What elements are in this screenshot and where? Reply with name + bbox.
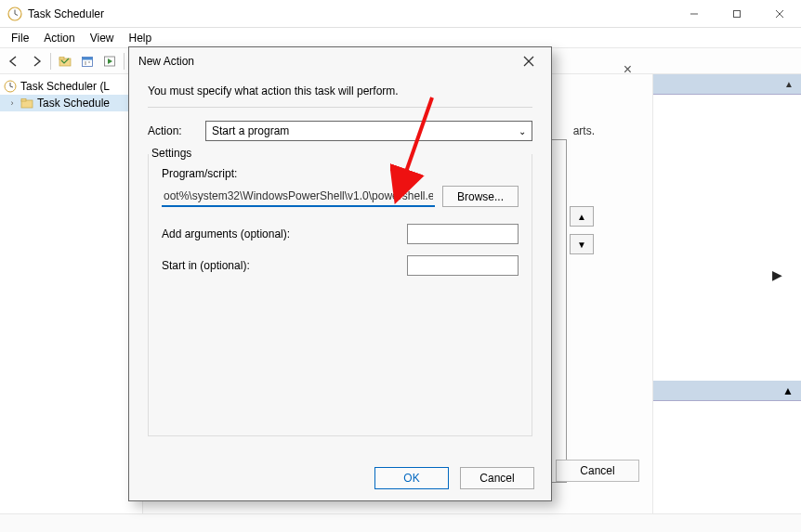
svg-rect-10 <box>83 57 93 59</box>
bg-move-up-button[interactable]: ▲ <box>570 206 594 227</box>
bg-move-down-button[interactable]: ▼ <box>570 234 594 254</box>
svg-line-21 <box>10 86 13 87</box>
toolbar-separator <box>50 53 51 70</box>
startin-label: Start in (optional): <box>162 259 400 272</box>
statusbar <box>0 513 801 532</box>
forward-button[interactable] <box>26 51 46 71</box>
app-icon <box>7 6 22 21</box>
bg-text-arts: arts. <box>573 124 595 137</box>
menu-help[interactable]: Help <box>122 30 160 46</box>
actions-group-header[interactable]: ▲ <box>653 381 801 401</box>
maximize-button[interactable] <box>716 0 758 28</box>
program-script-input[interactable] <box>162 186 435 207</box>
action-dropdown[interactable]: Start a program ⌄ <box>205 121 532 141</box>
action-label: Action: <box>148 124 196 137</box>
titlebar: Task Scheduler <box>0 0 801 28</box>
startin-input[interactable] <box>407 255 519 276</box>
bg-close-icon[interactable]: × <box>624 61 632 78</box>
settings-group: Program/script: Browse... Add arguments … <box>148 154 532 436</box>
run-icon[interactable] <box>99 51 120 71</box>
tree-expand-icon[interactable]: › <box>7 98 17 108</box>
program-script-label: Program/script: <box>162 167 519 180</box>
browse-button[interactable]: Browse... <box>442 186 519 207</box>
folder-icon[interactable] <box>55 51 75 71</box>
minimize-button[interactable] <box>673 0 716 28</box>
arguments-input[interactable] <box>407 224 519 244</box>
tree-root[interactable]: Task Scheduler (L <box>0 78 142 95</box>
tree-child-label: Task Schedule <box>37 97 110 110</box>
collapse-up-icon: ▲ <box>784 79 794 89</box>
divider <box>148 107 532 108</box>
svg-line-2 <box>15 14 18 16</box>
arguments-label: Add arguments (optional): <box>162 227 400 240</box>
action-dropdown-value: Start a program <box>212 124 289 137</box>
actions-header[interactable]: ▲ <box>653 74 801 95</box>
svg-rect-23 <box>21 99 26 102</box>
toolbar-separator <box>124 53 125 70</box>
folder-icon <box>20 97 33 110</box>
close-button[interactable] <box>758 0 801 28</box>
ok-button[interactable]: OK <box>374 467 449 489</box>
menubar: File Action View Help <box>0 28 801 48</box>
back-button[interactable] <box>4 51 24 71</box>
window-title: Task Scheduler <box>28 7 104 20</box>
menu-view[interactable]: View <box>83 30 122 46</box>
svg-rect-8 <box>59 57 64 59</box>
tree-child[interactable]: › Task Schedule <box>0 95 142 111</box>
dialog-title: New Action <box>138 55 194 68</box>
dialog-titlebar[interactable]: New Action <box>129 47 551 75</box>
tree-root-label: Task Scheduler (L <box>20 80 110 93</box>
chevron-down-icon: ⌄ <box>519 126 526 136</box>
dialog-close-button[interactable] <box>516 52 542 71</box>
cancel-button[interactable]: Cancel <box>460 467 534 489</box>
new-action-dialog: New Action You must specify what action … <box>128 46 552 501</box>
calendar-icon[interactable] <box>77 51 98 71</box>
bg-cancel-button[interactable]: Cancel <box>556 460 639 482</box>
menu-file[interactable]: File <box>4 30 36 46</box>
clock-icon <box>4 80 17 93</box>
svg-rect-4 <box>734 10 741 17</box>
dialog-instruction: You must specify what action this task w… <box>148 81 532 107</box>
menu-action[interactable]: Action <box>36 30 82 46</box>
tree-pane: Task Scheduler (L › Task Schedule <box>0 74 143 532</box>
actions-pane: ▲ ▶ ▲ <box>652 74 801 532</box>
collapse-up-icon: ▲ <box>782 384 794 397</box>
expand-arrow-icon[interactable]: ▶ <box>772 267 782 282</box>
